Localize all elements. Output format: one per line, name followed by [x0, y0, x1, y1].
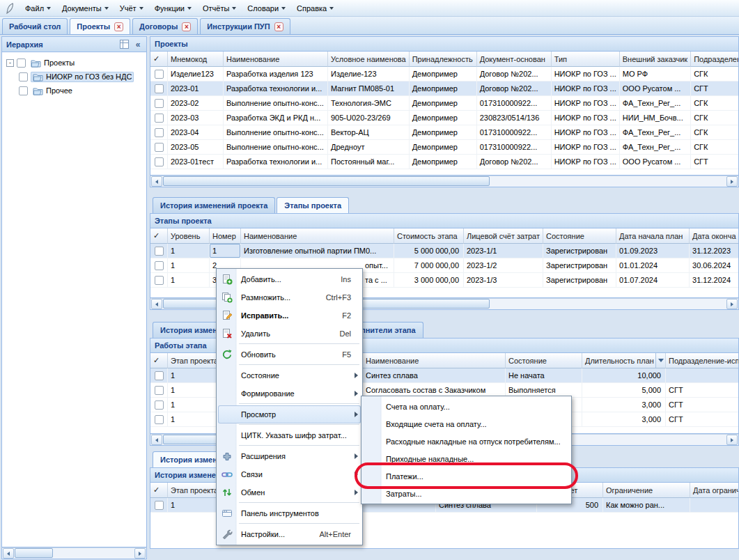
scroll-left-button[interactable]: [151, 176, 162, 187]
row-checkbox[interactable]: [155, 84, 164, 93]
row-checkbox[interactable]: [155, 400, 164, 410]
tab-projects[interactable]: Проекты×: [70, 18, 130, 34]
column-header[interactable]: Уровень: [168, 228, 210, 244]
row-checkbox[interactable]: [155, 415, 164, 424]
column-header[interactable]: Состояние: [543, 228, 616, 244]
column-header[interactable]: ✓: [150, 353, 168, 368]
tab-project-stages[interactable]: Этапы проекта: [277, 197, 349, 213]
ctx-view[interactable]: Просмотр: [218, 405, 361, 423]
column-header[interactable]: Стоимость этапа: [394, 228, 464, 244]
sub-expense-waybills[interactable]: Расходные накладные на отпуск потребител…: [363, 433, 570, 450]
scroll-left-button[interactable]: [151, 299, 162, 309]
column-header[interactable]: Длительность план: [582, 353, 666, 368]
column-header[interactable]: Номер: [210, 228, 241, 244]
ctx-extensions[interactable]: Расширения: [218, 447, 361, 465]
column-header[interactable]: Дата ограничен: [690, 483, 739, 498]
tab-project-history[interactable]: История изменений проекта: [153, 197, 275, 213]
column-header[interactable]: Подразделени: [691, 52, 739, 67]
column-header[interactable]: Дата начала план: [616, 228, 690, 244]
table-row[interactable]: 2023-02Выполнение опытно-конс...Технолог…: [150, 96, 739, 111]
row-checkbox[interactable]: [155, 371, 164, 380]
column-header[interactable]: Мнемокод: [168, 52, 224, 67]
scroll-right-button[interactable]: [726, 176, 738, 187]
ctx-duplicate[interactable]: Размножить...Ctrl+F3: [218, 288, 361, 306]
table-row[interactable]: Изделие123Разработка изделия 123Изделие-…: [150, 67, 739, 81]
collapse-panel-icon[interactable]: «: [132, 39, 143, 50]
sub-receipt-waybills[interactable]: Приходные накладные...: [363, 450, 570, 467]
sub-payments[interactable]: Платежи...: [363, 467, 570, 485]
ctx-delete[interactable]: УдалитьDel: [218, 325, 361, 343]
menu-dictionaries[interactable]: Словари: [242, 1, 291, 15]
column-header[interactable]: Документ-основан: [477, 52, 552, 67]
tree-checkbox[interactable]: [17, 59, 26, 68]
hierarchy-hscrollbar[interactable]: [1, 547, 147, 559]
menu-reports[interactable]: Отчёты: [197, 1, 242, 15]
menu-functions[interactable]: Функции: [149, 1, 197, 15]
grid-settings-icon[interactable]: [118, 39, 130, 50]
row-checkbox[interactable]: [155, 70, 164, 79]
menu-file[interactable]: Файл: [20, 1, 56, 15]
scroll-right-button[interactable]: [134, 548, 146, 559]
ctx-links[interactable]: Связи: [218, 465, 361, 483]
tree-item[interactable]: НИОКР по ГОЗ без НДС: [3, 70, 145, 84]
column-header[interactable]: Наименование: [363, 353, 506, 368]
column-header[interactable]: Внешний заказчик: [620, 52, 691, 67]
sub-incoming-invoices[interactable]: Входящие счета на оплату...: [363, 415, 570, 433]
menu-help[interactable]: Справка: [291, 1, 339, 15]
column-header[interactable]: Состояние: [506, 353, 582, 368]
tab-pup-instructions[interactable]: Инструкции ПУП×: [200, 18, 290, 34]
row-checkbox[interactable]: [155, 114, 164, 123]
tab-close-icon[interactable]: ×: [274, 22, 283, 31]
column-header[interactable]: ✓: [150, 228, 168, 244]
row-checkbox[interactable]: [155, 99, 164, 108]
ctx-exchange[interactable]: Обмен: [218, 483, 361, 501]
row-checkbox[interactable]: [155, 128, 164, 137]
tab-desktop[interactable]: Рабочий стол: [2, 18, 68, 34]
column-header[interactable]: Принадлежность: [410, 52, 477, 67]
ctx-edit[interactable]: Исправить...F2: [218, 306, 361, 325]
table-row[interactable]: 2023-01тестРазработка технологии и...Пос…: [150, 155, 739, 169]
table-row[interactable]: 11Изготовление опытной партии ПМ0...5 00…: [150, 244, 739, 258]
projects-hscrollbar[interactable]: [150, 176, 739, 187]
row-checkbox[interactable]: [155, 501, 164, 510]
tree-expand-toggle-icon[interactable]: -: [6, 59, 14, 67]
menu-accounting[interactable]: Учёт: [114, 1, 149, 15]
column-header[interactable]: ✓: [150, 483, 168, 498]
column-header[interactable]: Тип: [552, 52, 620, 67]
tree-checkbox[interactable]: [19, 86, 28, 95]
tree-item[interactable]: -Проекты: [3, 56, 145, 70]
column-menu-icon[interactable]: [655, 353, 665, 368]
scroll-track[interactable]: [15, 548, 134, 559]
sub-invoices[interactable]: Счета на оплату...: [363, 398, 570, 415]
sub-costs[interactable]: Затраты...: [363, 485, 570, 502]
scroll-thumb[interactable]: [15, 548, 53, 558]
column-header[interactable]: Дата оконча: [690, 228, 739, 244]
tree-item[interactable]: Прочее: [3, 84, 145, 98]
table-row[interactable]: 2023-01Разработка технологии и...Магнит …: [150, 81, 739, 96]
ctx-toolbar-panel[interactable]: Панель инструментов: [218, 504, 361, 522]
table-row[interactable]: 2023-03Разработка ЭКД и РКД н...905-U020…: [150, 111, 739, 125]
row-checkbox[interactable]: [155, 143, 164, 152]
column-header[interactable]: Ограничение: [603, 483, 690, 498]
column-header[interactable]: Наименование: [241, 228, 394, 244]
scroll-thumb[interactable]: [163, 176, 490, 186]
row-checkbox[interactable]: [155, 386, 164, 395]
row-checkbox[interactable]: [155, 261, 164, 270]
column-header[interactable]: Условное наименова: [328, 52, 410, 67]
column-header[interactable]: Подразделение-исп: [666, 353, 739, 368]
ctx-settings[interactable]: Настройки...Alt+Enter: [218, 525, 361, 543]
tab-close-icon[interactable]: ×: [182, 22, 191, 31]
scroll-left-button[interactable]: [151, 435, 162, 445]
table-row[interactable]: 2023-05Выполнение опытно-конс...Дредноут…: [150, 140, 739, 155]
ctx-formation[interactable]: Формирование: [218, 384, 361, 403]
column-header[interactable]: Лицевой счёт затрат: [464, 228, 543, 244]
menu-documents[interactable]: Документы: [56, 1, 114, 15]
tree-checkbox[interactable]: [19, 72, 28, 81]
table-row[interactable]: 2023-04Выполнение опытно-конс...Вектор-А…: [150, 125, 739, 140]
ctx-refresh[interactable]: ОбновитьF5: [218, 345, 361, 364]
row-checkbox[interactable]: [155, 157, 164, 166]
column-header[interactable]: ✓: [150, 52, 168, 67]
row-checkbox[interactable]: [155, 276, 164, 285]
row-checkbox[interactable]: [155, 247, 164, 256]
tab-close-icon[interactable]: ×: [114, 22, 123, 31]
